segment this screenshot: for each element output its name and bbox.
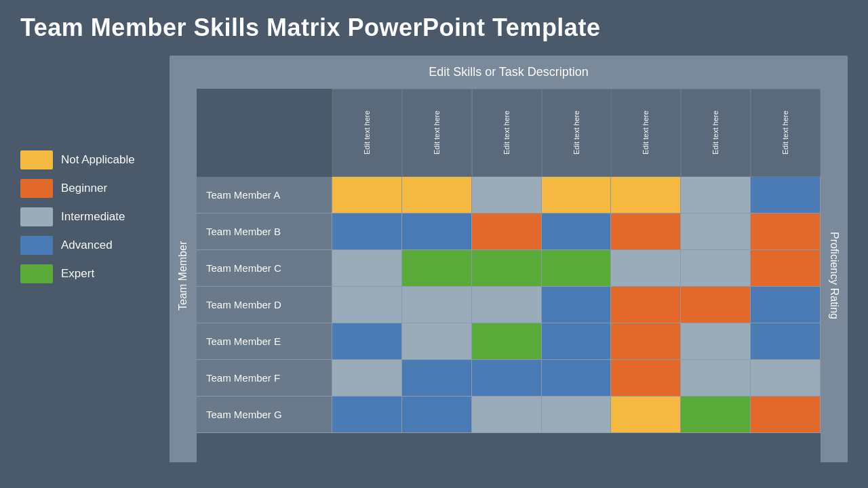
legend-label-expert: Expert [61,267,94,281]
table-row: Team Member A [197,177,821,214]
skill-cell [751,396,821,432]
content-area: Not Applicable Beginner Intermediate Adv… [20,56,848,462]
table-row: Team Member C [197,250,821,287]
skill-cell [611,214,681,249]
skill-cell [402,287,472,323]
legend-color-expert [20,264,53,283]
skill-cell [332,287,402,323]
skill-cell [332,214,402,249]
table-row: Team Member E [197,323,821,360]
legend-panel: Not Applicable Beginner Intermediate Adv… [20,56,170,462]
skill-cell [332,323,402,359]
skill-cell [611,250,681,286]
col-header-5: Edit text here [681,89,751,177]
legend-item-beginner: Beginner [20,179,163,198]
legend-item-intermediate: Intermediate [20,207,163,226]
table-row: Team Member F [197,360,821,396]
col-header-0: Edit text here [332,89,402,177]
skill-cell [681,177,751,213]
skill-cell [542,287,612,323]
legend-label-beginner: Beginner [61,182,107,195]
skill-cell [611,287,681,323]
skill-cell [542,323,612,359]
skill-cell [402,214,472,249]
skill-cell [472,396,542,432]
legend-label-not-applicable: Not Applicable [61,153,135,167]
skill-cell [611,323,681,359]
skill-cell [332,250,402,286]
skill-cell [472,177,542,213]
member-name-col-header [197,89,332,177]
skill-cell [542,177,612,213]
legend-color-advanced [20,236,53,255]
skill-cell [402,250,472,286]
skill-cell [332,177,402,213]
table-row: Team Member G [197,396,821,433]
skill-cell [402,177,472,213]
skill-cell [542,214,612,249]
legend-item-not-applicable: Not Applicable [20,150,163,169]
team-member-axis-label: Team Member [170,89,197,462]
page: Team Member Skills Matrix PowerPoint Tem… [0,0,868,488]
skill-cell [751,177,821,213]
skill-cell [472,287,542,323]
skill-cell [472,360,542,396]
skill-cell [751,250,821,286]
matrix-wrapper: Edit Skills or Task Description Team Mem… [170,56,848,462]
skill-cell [611,396,681,432]
skill-cell [681,250,751,286]
col-header-3: Edit text here [542,89,612,177]
skill-cell [402,323,472,359]
table-row: Team Member B [197,214,821,250]
page-title: Team Member Skills Matrix PowerPoint Tem… [20,14,848,42]
legend-color-beginner [20,179,53,198]
skill-cell [332,360,402,396]
skill-cell [472,250,542,286]
col-header-1: Edit text here [402,89,472,177]
skill-cell [472,214,542,249]
member-name-cell: Team Member C [197,250,332,286]
skill-cell [751,287,821,323]
member-name-cell: Team Member G [197,396,332,432]
member-name-cell: Team Member E [197,323,332,359]
legend-label-intermediate: Intermediate [61,210,125,224]
column-headers: Edit text here Edit text here Edit text … [197,89,821,177]
legend-color-intermediate [20,207,53,226]
skill-cell [681,360,751,396]
matrix-container: Team Member Edit text here Edit text her… [170,89,848,462]
skill-cell [751,360,821,396]
member-name-cell: Team Member F [197,360,332,396]
grid-section: Edit text here Edit text here Edit text … [197,89,821,462]
skill-cell [402,360,472,396]
skill-cell [611,360,681,396]
skills-header: Edit Skills or Task Description [170,56,848,89]
skill-cell [542,250,612,286]
member-name-cell: Team Member A [197,177,332,213]
skill-cell [611,177,681,213]
table-row: Team Member D [197,287,821,323]
legend-item-expert: Expert [20,264,163,283]
skill-cell [542,396,612,432]
skill-cell [751,323,821,359]
skill-cell [751,214,821,249]
skill-cell [402,396,472,432]
skill-cell [681,396,751,432]
col-header-4: Edit text here [611,89,681,177]
skill-cell [332,396,402,432]
skill-cell [472,323,542,359]
skill-cell [681,287,751,323]
legend-item-advanced: Advanced [20,236,163,255]
proficiency-axis-label: Proficiency Rating [821,89,848,462]
skill-cell [681,214,751,249]
col-header-2: Edit text here [472,89,542,177]
member-name-cell: Team Member D [197,287,332,323]
member-name-cell: Team Member B [197,214,332,249]
skill-cell [542,360,612,396]
data-rows: Team Member ATeam Member BTeam Member CT… [197,177,821,462]
col-header-6: Edit text here [751,89,821,177]
skill-cell [681,323,751,359]
legend-label-advanced: Advanced [61,239,113,252]
legend-color-not-applicable [20,150,53,169]
